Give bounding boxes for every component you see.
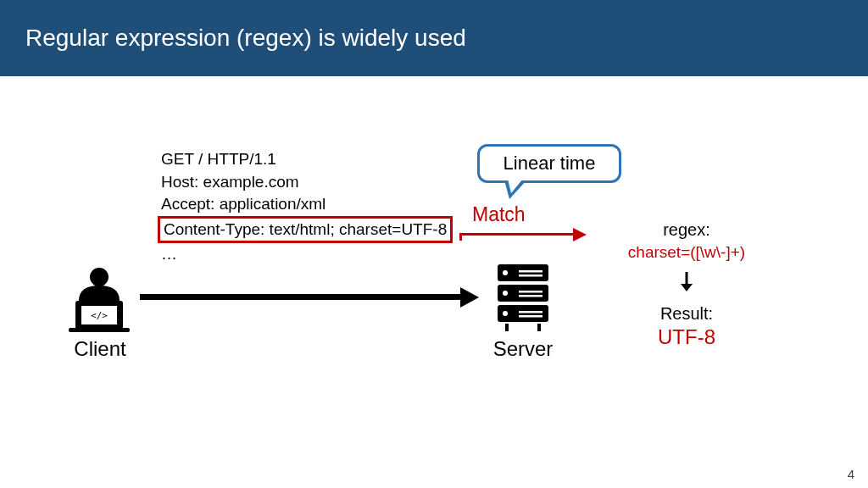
svg-rect-16 <box>519 315 542 318</box>
http-line-highlighted: Content-Type: text/html; charset=UTF-8 <box>158 216 453 244</box>
slide-body: GET / HTTP/1.1 Host: example.com Accept:… <box>0 76 868 488</box>
client-icon: </> <box>64 265 136 336</box>
server-label: Server <box>476 337 570 361</box>
svg-rect-12 <box>519 295 542 297</box>
match-label: Match <box>472 203 526 226</box>
svg-rect-15 <box>519 311 542 313</box>
page-number: 4 <box>848 467 854 481</box>
http-line-2: Host: example.com <box>161 171 453 194</box>
svg-rect-17 <box>505 324 509 331</box>
slide-title: Regular expression (regex) is widely use… <box>25 25 466 52</box>
http-request-block: GET / HTTP/1.1 Host: example.com Accept:… <box>161 148 453 266</box>
svg-rect-7 <box>519 270 542 273</box>
svg-rect-3 <box>69 328 130 332</box>
svg-rect-11 <box>519 291 542 293</box>
svg-point-0 <box>90 268 108 286</box>
svg-point-6 <box>503 270 508 275</box>
svg-point-14 <box>503 311 508 316</box>
http-line-1: GET / HTTP/1.1 <box>161 148 453 171</box>
regex-block: regex: charset=([\w\-]+) Result: UTF-8 <box>610 220 763 349</box>
client-label: Client <box>58 337 142 361</box>
regex-pattern: charset=([\w\-]+) <box>610 243 763 262</box>
server-icon <box>493 263 553 336</box>
result-label: Result: <box>610 304 763 324</box>
svg-point-10 <box>503 291 508 296</box>
bubble-text: Linear time <box>504 152 596 175</box>
svg-rect-18 <box>537 324 541 331</box>
result-value: UTF-8 <box>610 325 763 349</box>
http-line-3: Accept: application/xml <box>161 193 453 216</box>
http-line-ellipsis: … <box>161 243 453 266</box>
request-arrow <box>140 293 479 302</box>
slide-header: Regular expression (regex) is widely use… <box>0 0 868 76</box>
svg-rect-8 <box>519 274 542 277</box>
svg-marker-20 <box>681 284 693 291</box>
down-arrow-icon <box>610 270 763 296</box>
match-arrow <box>459 233 587 267</box>
regex-title: regex: <box>610 220 763 240</box>
speech-bubble: Linear time <box>477 144 621 183</box>
svg-text:</>: </> <box>91 310 108 321</box>
